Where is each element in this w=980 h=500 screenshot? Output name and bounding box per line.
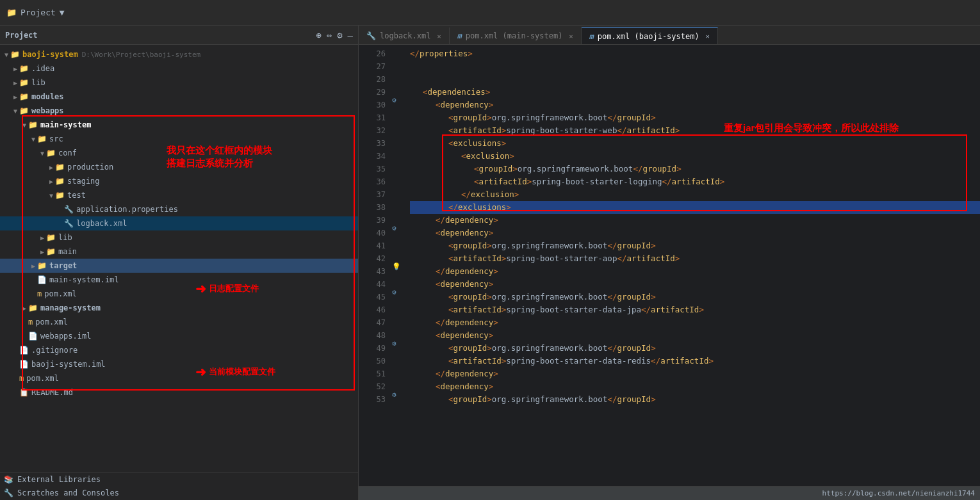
tree-arrow: ▶ — [12, 93, 19, 101]
tab-logback-label: logback.xml — [380, 31, 430, 40]
tab-pom-main-icon: m — [457, 31, 462, 40]
tree-path: D:\Work\Project\baoji-system — [82, 51, 200, 59]
tree-container[interactable]: ▼ 📁 baoji-system D:\Work\Project\baoji-s… — [0, 45, 358, 472]
tab-pom-main-close[interactable]: ✕ — [569, 33, 573, 40]
code-line-31: <groupId> org.springframework.boot </gro… — [410, 111, 980, 124]
sidebar-toolbar: Project ⊕ ⇔ ⚙ — — [0, 26, 358, 45]
tree-item-main[interactable]: ▶ 📁 main — [0, 245, 358, 259]
tab-pom-baoji-close[interactable]: ✕ — [706, 33, 710, 40]
line-numbers: 26 27 28 29 30 31 32 33 34 35 36 37 38 3… — [359, 45, 391, 486]
tree-item-main-system-iml[interactable]: ▶ 📄 main-system.iml — [0, 273, 358, 287]
tree-item-webapps-iml[interactable]: ▶ 📄 webapps.iml — [0, 329, 358, 343]
tree-arrow: ▼ — [29, 136, 37, 143]
tree-item-baoji-iml[interactable]: ▶ 📄 baoji-system.iml — [0, 357, 358, 371]
tree-label: README.md — [31, 388, 73, 397]
tree-item-pom-root[interactable]: ▶ m pom.xml — [0, 371, 358, 385]
folder-icon: 📁 — [46, 149, 56, 157]
tree-arrow: ▶ — [12, 79, 19, 86]
scratches-icon: 🔧 — [4, 488, 13, 497]
folder-icon: 📁 — [46, 247, 56, 256]
code-line-50: <artifactId> spring-boot-starter-data-re… — [410, 355, 980, 367]
sidebar-bottom-scratches[interactable]: 🔧 Scratches and Consoles — [0, 486, 358, 500]
tree-item-conf[interactable]: ▼ 📁 conf — [0, 146, 358, 160]
folder-icon: 📁 — [28, 303, 38, 312]
tree-item-application-properties[interactable]: ▶ 🔧 application.properties — [0, 202, 358, 216]
code-line-48: <dependency> — [410, 329, 980, 342]
code-line-49: <groupId> org.springframework.boot </gro… — [410, 342, 980, 355]
settings-icon[interactable]: ⚙ — [337, 30, 342, 40]
tree-item-idea[interactable]: ▶ 📁 .idea — [0, 61, 358, 76]
folder-icon: 📁 — [19, 78, 29, 87]
tree-item-pom-webapps[interactable]: ▶ m pom.xml — [0, 315, 358, 329]
folder-icon: 📁 — [19, 64, 29, 73]
code-line-34: <exclusion> — [410, 150, 980, 163]
tree-arrow: ▶ — [38, 234, 46, 241]
tree-label: manage-system — [40, 303, 101, 312]
status-bar: https://blog.csdn.net/nienianzhi1744 — [359, 486, 980, 500]
tree-label: src — [49, 134, 63, 143]
sidebar: Project ⊕ ⇔ ⚙ — ▼ 📁 baoji-system D:\Work… — [0, 26, 359, 500]
tree-item-webapps[interactable]: ▼ 📁 webapps — [0, 104, 358, 118]
external-libraries-label: External Libraries — [17, 475, 101, 484]
tab-pom-baoji[interactable]: m pom.xml (baoji-system) ✕ — [582, 28, 718, 44]
bottom-right: https://blog.csdn.net/nienianzhi1744 — [822, 489, 975, 497]
project-label: Project — [20, 8, 56, 17]
tree-label: pom.xml — [26, 374, 59, 383]
code-line-38: </exclusions> — [410, 201, 980, 214]
code-line-36: <artifactId> spring-boot-starter-logging… — [410, 175, 980, 188]
tree-item-staging[interactable]: ▶ 📁 staging — [0, 174, 358, 188]
tree-arrow: ▼ — [38, 150, 46, 157]
code-line-47: </dependency> — [410, 316, 980, 329]
tree-label: .idea — [31, 64, 54, 73]
tree-item-manage-system[interactable]: ▶ 📁 manage-system — [0, 301, 358, 315]
tab-pom-baoji-icon: m — [589, 32, 594, 41]
tree-item-test[interactable]: ▼ 📁 test — [0, 188, 358, 202]
code-line-44: <dependency> — [410, 278, 980, 291]
collapse-icon[interactable]: ⇔ — [327, 30, 332, 40]
tree-item-logback-xml[interactable]: ▶ 🔧 logback.xml — [0, 216, 358, 230]
main-layout: Project ⊕ ⇔ ⚙ — ▼ 📁 baoji-system D:\Work… — [0, 26, 980, 500]
tab-pom-baoji-label: pom.xml (baoji-system) — [598, 32, 699, 41]
tab-logback[interactable]: 🔧 logback.xml ✕ — [359, 28, 450, 44]
code-line-40: <dependency> — [410, 227, 980, 239]
folder-icon: 📁 — [37, 134, 47, 143]
tree-label: application.properties — [76, 205, 178, 214]
sync-icon[interactable]: ⊕ — [316, 30, 321, 40]
tree-item-baoji-system[interactable]: ▼ 📁 baoji-system D:\Work\Project\baoji-s… — [0, 47, 358, 61]
code-area: </properties> <dependencies> <dependency… — [404, 45, 980, 486]
tree-item-gitignore[interactable]: ▶ 📄 .gitignore — [0, 343, 358, 357]
code-line-35: <groupId> org.springframework.boot </gro… — [410, 163, 980, 175]
tree-item-target[interactable]: ▶ 📁 target — [0, 259, 358, 273]
hide-icon[interactable]: — — [348, 30, 353, 40]
tab-pom-main[interactable]: m pom.xml (main-system) ✕ — [450, 28, 582, 44]
tree-item-readme[interactable]: ▶ 📋 README.md — [0, 385, 358, 399]
project-title[interactable]: 📁 Project ▼ — [6, 8, 65, 17]
tree-label: main-system — [40, 120, 91, 129]
tree-item-lib2[interactable]: ▶ 📁 lib — [0, 230, 358, 245]
tree-item-main-system[interactable]: ▼ 📁 main-system — [0, 118, 358, 132]
folder-icon: 📁 — [19, 92, 29, 101]
tab-logback-icon: 🔧 — [366, 31, 376, 40]
code-line-30: <dependency> — [410, 99, 980, 111]
tree-label: target — [49, 261, 77, 270]
tree-arrow: ▶ — [38, 248, 46, 255]
tree-item-lib[interactable]: ▶ 📁 lib — [0, 76, 358, 90]
dropdown-icon[interactable]: ▼ — [60, 8, 65, 17]
xml-icon: 🔧 — [64, 219, 74, 228]
tree-label: lib — [58, 233, 72, 242]
tab-pom-main-label: pom.xml (main-system) — [466, 31, 563, 40]
sidebar-bottom-external[interactable]: 📚 External Libraries — [0, 472, 358, 486]
iml-icon: 📄 — [19, 360, 29, 369]
code-line-26: </properties> — [410, 47, 980, 60]
tree-item-modules[interactable]: ▶ 📁 modules — [0, 90, 358, 104]
tree-item-src[interactable]: ▼ 📁 src — [0, 132, 358, 146]
tree-arrow: ▶ — [20, 305, 28, 312]
code-line-32: <artifactId> spring-boot-starter-web </a… — [410, 124, 980, 137]
tab-logback-close[interactable]: ✕ — [437, 33, 441, 40]
tree-item-production[interactable]: ▶ 📁 production — [0, 160, 358, 174]
code-line-53: <groupId> org.springframework.boot </gro… — [410, 393, 980, 406]
code-line-27 — [410, 60, 980, 73]
code-line-28 — [410, 73, 980, 86]
tree-item-pom-main[interactable]: ▶ m pom.xml — [0, 287, 358, 301]
tree-label: baoji-system — [22, 50, 78, 59]
